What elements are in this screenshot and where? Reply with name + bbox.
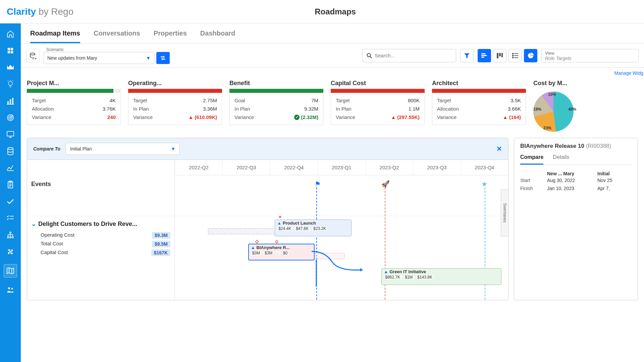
chevron-down-icon: ▼: [171, 146, 175, 152]
refresh-button[interactable]: [26, 49, 40, 62]
svg-point-20: [8, 287, 10, 289]
bar-product-launch[interactable]: ▲Product Launch $24.4K$47.6K$23.2K: [275, 220, 352, 236]
svg-rect-6: [10, 99, 11, 104]
puzzle-icon[interactable]: [6, 247, 15, 256]
quarter-col: 2022-Q3: [222, 160, 270, 175]
lightbulb-icon[interactable]: [6, 80, 15, 88]
flag-icon[interactable]: ⚑: [315, 180, 321, 188]
star-icon[interactable]: ★: [481, 180, 487, 188]
kpi-card[interactable]: Operating... Target2.75M In Plan3.36M Va…: [128, 80, 222, 132]
rocket-icon[interactable]: 🚀: [381, 180, 390, 188]
people-icon[interactable]: [6, 286, 15, 294]
map-icon[interactable]: [4, 264, 17, 278]
svg-rect-35: [275, 240, 278, 243]
search-input[interactable]: [375, 53, 452, 58]
quarter-col: 2023-Q3: [413, 160, 461, 175]
search-box[interactable]: [362, 49, 456, 62]
kpi-card[interactable]: Architect Target3.5K Allocation3.66K Var…: [432, 80, 526, 132]
svg-rect-25: [481, 55, 487, 56]
svg-rect-27: [497, 53, 498, 58]
group-toggle[interactable]: ⌄ Delight Customers to Drive Reve...: [31, 220, 170, 228]
kpi-title: Architect: [432, 80, 526, 87]
quarter-col: 2022-Q4: [270, 160, 318, 175]
kpi-card[interactable]: Benefit Goal7M In Plan9.32M Variance✓ (2…: [229, 80, 323, 132]
compare-dropdown[interactable]: Initial Plan ▼: [66, 143, 180, 155]
scenario-dropdown[interactable]: New updates from Mary ▼: [44, 52, 154, 64]
kpi-title: Project M...: [27, 80, 121, 87]
detail-tab-compare[interactable]: Compare: [520, 154, 543, 165]
view-board-button[interactable]: [493, 49, 506, 62]
manage-widgets-link[interactable]: Manage Widg: [21, 68, 644, 77]
kpi-card[interactable]: Capital Cost Target800K In Plan1.1M Vari…: [331, 80, 425, 132]
clipboard-icon[interactable]: [6, 180, 15, 189]
detail-code: (RI00388): [586, 143, 611, 149]
svg-rect-2: [8, 51, 10, 53]
compare-close-button[interactable]: ✕: [496, 145, 502, 153]
svg-point-23: [367, 53, 371, 57]
database-icon[interactable]: [6, 147, 15, 156]
checklist-icon[interactable]: [6, 214, 15, 223]
home-icon[interactable]: [6, 29, 15, 38]
pie-widget[interactable]: Cost by M... 48% 23% 19% 10%: [533, 80, 584, 132]
diamond-icon: [275, 240, 279, 244]
kpi-title: Capital Cost: [331, 80, 425, 87]
tab-dashboard[interactable]: Dashboard: [200, 29, 235, 43]
quarter-col: 2023-Q4: [461, 160, 508, 175]
svg-point-19: [12, 237, 13, 238]
chevron-down-icon: ▼: [146, 55, 151, 61]
svg-point-21: [11, 288, 13, 290]
filter-button[interactable]: [460, 49, 474, 62]
dependency-arrow: [315, 260, 325, 290]
detail-tab-details[interactable]: Details: [553, 154, 569, 165]
svg-rect-28: [499, 53, 501, 56]
detail-col-a: New ... Mary: [547, 171, 597, 176]
detail-name: BIAnywhere Release 10: [520, 143, 584, 149]
search-icon: [367, 53, 372, 58]
tab-conversations[interactable]: Conversations: [94, 29, 140, 43]
detail-panel: BIAnywhere Release 10 (RI00388) Compare …: [514, 138, 638, 300]
view-timeline-button[interactable]: [478, 49, 491, 62]
view-list-button[interactable]: [508, 49, 522, 62]
tab-properties[interactable]: Properties: [154, 29, 187, 43]
svg-rect-12: [7, 131, 14, 136]
svg-rect-29: [501, 53, 503, 57]
scenario-label: Scenario: [46, 47, 170, 52]
svg-rect-5: [7, 101, 9, 104]
page-title: Roadmaps: [33, 7, 637, 16]
scenario-value: New updates from Mary: [47, 55, 97, 61]
group-metrics: Operating Cost$9.3MTotal Cost$9.5MCapita…: [41, 231, 170, 257]
timeline-panel: Compare To Initial Plan ▼ ✕: [27, 138, 508, 300]
crown-icon[interactable]: [6, 63, 15, 72]
scenario-action-button[interactable]: [156, 52, 170, 64]
barchart-icon[interactable]: [6, 97, 15, 105]
svg-point-13: [8, 147, 13, 149]
hierarchy-icon[interactable]: [6, 231, 15, 239]
tab-roadmap-items[interactable]: Roadmap Items: [30, 29, 80, 43]
svg-point-17: [7, 237, 9, 238]
view-selector[interactable]: View Role Targets: [541, 49, 639, 62]
kpi-title: Operating...: [128, 80, 222, 87]
gantt-area: ▲Product Launch $24.4K$47.6K$23.2K ▲BIAn…: [175, 216, 508, 300]
svg-point-22: [30, 53, 35, 55]
bar-green-it[interactable]: ▲Green IT Initiative $862.7K$1M$143.8K: [381, 268, 501, 285]
svg-rect-34: [255, 240, 258, 243]
linechart-icon[interactable]: [6, 164, 15, 172]
target-icon[interactable]: [6, 113, 15, 122]
svg-rect-33: [279, 216, 281, 218]
monitor-icon[interactable]: [6, 130, 15, 139]
check-icon[interactable]: [6, 197, 15, 206]
kpi-title: Benefit: [229, 80, 323, 87]
kpi-card[interactable]: Project M... Target4K Allocation3.76K Va…: [27, 80, 121, 132]
svg-rect-3: [11, 51, 13, 53]
svg-point-11: [10, 117, 11, 118]
left-nav: [0, 23, 21, 362]
svg-rect-7: [12, 98, 13, 104]
quarter-col: 2022-Q2: [175, 160, 222, 175]
kpi-row: Project M... Target4K Allocation3.76K Va…: [21, 77, 644, 138]
compare-label: Compare To: [33, 146, 60, 152]
bar-bianywhere[interactable]: ▲BIAnywhere R... $3M$3M.$0: [248, 244, 315, 260]
grid-icon[interactable]: [6, 46, 15, 55]
events-lane: ⚑ 🚀 ★ Swimlanes: [175, 176, 508, 216]
view-chart-button[interactable]: [524, 49, 537, 62]
diamond-icon: [255, 240, 259, 244]
